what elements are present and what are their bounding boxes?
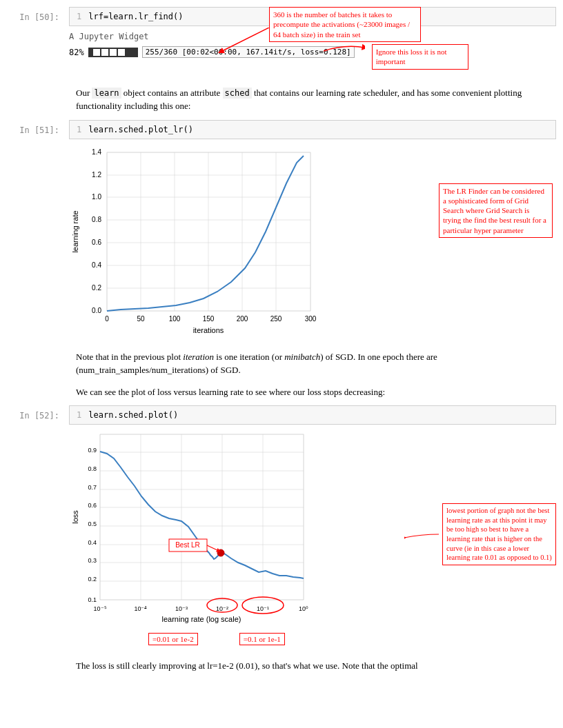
svg-text:150: 150 [203, 315, 215, 323]
cell-52: In [52]: 1 learn.sched.plot() [0, 405, 563, 648]
svg-text:0: 0 [105, 315, 109, 323]
line-num-52: 1 [77, 410, 81, 420]
svg-text:0.4: 0.4 [88, 539, 97, 546]
svg-text:0.4: 0.4 [92, 261, 101, 269]
ignore-loss-annotation: Ignore this loss it is not important [372, 44, 468, 70]
svg-text:1.2: 1.2 [92, 171, 101, 179]
svg-text:0.0: 0.0 [92, 307, 101, 314]
svg-text:0.5: 0.5 [88, 520, 97, 527]
svg-text:10⁻⁴: 10⁻⁴ [134, 605, 147, 612]
svg-text:1.0: 1.0 [92, 193, 101, 201]
text-block-2: Note that in the previous plot iteration… [69, 343, 549, 406]
svg-text:0.6: 0.6 [88, 502, 97, 509]
svg-text:learning rate: learning rate [71, 210, 79, 252]
code-text-51: learn.sched.plot_lr() [88, 125, 193, 134]
cell-52-label: In [52]: [0, 405, 62, 648]
cell-51-label: In [51]: [0, 120, 62, 341]
svg-text:1.4: 1.4 [92, 148, 101, 156]
lr-chart: 0.0 0.2 0.4 0.6 0.8 1.0 1.2 1.4 0 50 100… [69, 142, 331, 335]
svg-text:10⁻¹: 10⁻¹ [257, 605, 269, 612]
svg-text:loss: loss [71, 510, 79, 524]
progress-line: 82% 255/360 [69, 46, 355, 58]
inline-code-learn: learn [92, 88, 121, 99]
svg-text:0.3: 0.3 [88, 557, 97, 564]
cell-51: In [51]: 1 learn.sched.plot_lr() [0, 120, 563, 341]
annotation-01: =0.1 or 1e-1 [239, 633, 285, 645]
progress-pct: 82% [69, 48, 84, 57]
line-num-51: 1 [77, 125, 81, 134]
svg-text:Best LR: Best LR [175, 541, 200, 549]
svg-text:0.2: 0.2 [92, 284, 101, 292]
chart1-section: 0.0 0.2 0.4 0.6 0.8 1.0 1.2 1.4 0 50 100… [69, 142, 556, 338]
svg-rect-0 [107, 152, 310, 311]
progress-section: 82% 255/360 [69, 44, 355, 60]
svg-text:100: 100 [169, 315, 181, 323]
chart2-section: Best LR 0.1 0.2 0.3 0.4 0.5 [69, 427, 556, 645]
text-block-3: The loss is still clearly improving at l… [69, 651, 549, 678]
cell-50-label: In [50]: [0, 7, 62, 74]
text-paragraph-1: Our learn object contains an attribute s… [76, 82, 542, 117]
svg-text:10⁻⁵: 10⁻⁵ [93, 605, 106, 612]
svg-text:10⁰: 10⁰ [299, 605, 308, 612]
lowest-portion-annotation: lowest portion of graph not the best lea… [442, 503, 556, 565]
svg-text:300: 300 [305, 315, 317, 323]
svg-text:200: 200 [237, 315, 248, 323]
svg-rect-33 [100, 434, 304, 600]
bottom-annotations: =0.01 or 1e-2 =0.1 or 1e-1 [76, 633, 556, 645]
svg-text:0.8: 0.8 [92, 216, 101, 223]
svg-text:0.6: 0.6 [92, 239, 101, 246]
progress-text: 255/360 [00:02<00:00, 167.14it/s, loss=0… [142, 46, 355, 58]
code-text-52: learn.sched.plot() [88, 410, 178, 420]
code-box-51[interactable]: 1 learn.sched.plot_lr() [69, 120, 556, 139]
cell-52-content: 1 learn.sched.plot() [62, 405, 563, 648]
text-block-1: Our learn object contains an attribute s… [69, 79, 549, 120]
svg-text:0.2: 0.2 [88, 576, 97, 583]
batches-annotation: 360 is the number of batches it takes to… [269, 7, 421, 42]
svg-text:0.8: 0.8 [88, 465, 97, 472]
svg-text:iterations: iterations [193, 326, 224, 334]
annotation-001: =0.01 or 1e-2 [148, 633, 198, 645]
svg-text:250: 250 [270, 315, 282, 323]
code-box-52[interactable]: 1 learn.sched.plot() [69, 405, 556, 425]
final-paragraph: The loss is still clearly improving at l… [76, 654, 542, 676]
svg-text:50: 50 [137, 315, 145, 323]
notebook: 360 is the number of batches it takes to… [0, 0, 563, 685]
line-num-50: 1 [77, 12, 81, 21]
svg-text:learning rate (log scale): learning rate (log scale) [162, 615, 241, 623]
svg-text:10⁻²: 10⁻² [216, 605, 228, 612]
text-paragraph-3: We can see the plot of loss versus learn… [76, 381, 542, 403]
lr-finder-annotation: The LR Finder can be considered a sophis… [439, 183, 553, 238]
svg-text:10⁻³: 10⁻³ [175, 605, 188, 612]
inline-code-sched: sched [223, 88, 252, 99]
loss-chart: Best LR 0.1 0.2 0.3 0.4 0.5 [69, 427, 338, 627]
code-text-50: lrf=learn.lr_find() [88, 12, 183, 21]
svg-text:0.7: 0.7 [88, 484, 97, 491]
cell-51-content: 1 learn.sched.plot_lr() [62, 120, 563, 341]
svg-text:0.9: 0.9 [88, 447, 97, 454]
text-paragraph-2: Note that in the previous plot iteration… [76, 346, 542, 381]
svg-text:0.1: 0.1 [88, 596, 97, 603]
